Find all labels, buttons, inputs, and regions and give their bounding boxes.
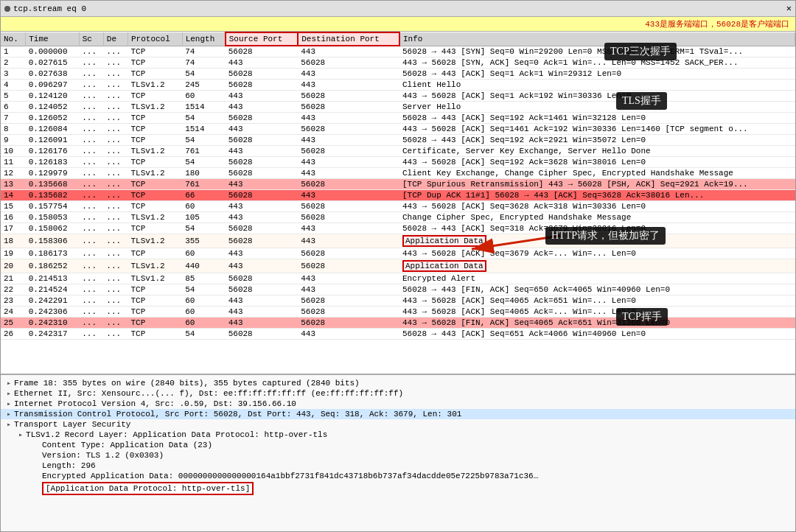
table-cell: ... (103, 248, 128, 259)
title-bar-left: tcp.stream eq 0 (4, 4, 86, 13)
table-cell: ... (79, 223, 103, 234)
table-row[interactable]: 260.242317......TCP545602844356028 → 443… (1, 329, 795, 340)
table-cell: 0.242306 (26, 307, 79, 318)
table-cell: ... (103, 146, 128, 157)
table-row[interactable]: 60.124052......TLSv1.2151444356028Server… (1, 102, 795, 113)
table-cell: TCP (128, 201, 183, 212)
table-cell: 0.158053 (26, 212, 79, 223)
packet-table-container: No. Time Sc De Protocol Length Source Po… (1, 32, 795, 374)
table-cell: 54 (182, 157, 226, 168)
table-cell: ... (79, 329, 103, 340)
col-source-port: Source Port (226, 32, 298, 46)
table-cell: 443 (226, 179, 298, 190)
close-button[interactable]: ✕ (786, 3, 792, 14)
table-cell: 180 (182, 168, 226, 179)
detail-line[interactable]: ▸Transport Layer Security (1, 419, 795, 430)
table-cell: 0.124052 (26, 102, 79, 113)
table-row[interactable]: 80.126084......TCP151444356028443 → 5602… (1, 124, 795, 135)
table-row[interactable]: 50.124120......TCP6044356028443 → 56028 … (1, 91, 795, 102)
detail-line[interactable]: ▸Ethernet II, Src: Xensourc...(... f), D… (1, 388, 795, 399)
info-cell: 56028 → 443 [FIN, ACK] Seq=650 Ack=4065 … (399, 284, 795, 295)
table-cell: 13 (1, 179, 26, 190)
table-row[interactable]: 240.242306......TCP6044356028443 → 56028… (1, 307, 795, 318)
table-cell: 0.242310 (26, 318, 79, 329)
table-row[interactable]: 230.242291......TCP6044356028443 → 56028… (1, 295, 795, 307)
table-row[interactable]: 30.027638......TCP545602844356028 → 443 … (1, 69, 795, 80)
table-cell: 443 (226, 248, 298, 259)
table-cell: 14 (1, 190, 26, 201)
table-row[interactable]: 170.158062......TCP545602844356028 → 443… (1, 223, 795, 234)
info-cell: [TCP Dup ACK 11#1] 56028 → 443 [ACK] Seq… (399, 190, 795, 201)
table-cell: 0.129979 (26, 168, 79, 179)
table-cell: TCP (128, 248, 183, 259)
table-row[interactable]: 70.126052......TCP545602844356028 → 443 … (1, 113, 795, 124)
info-cell: Client Key Exchange, Change Cipher Spec,… (399, 168, 795, 179)
expand-arrow-icon: ▸ (7, 410, 11, 419)
table-cell: 56028 (298, 201, 399, 212)
detail-line[interactable]: ▸TLSv1.2 Record Layer: Application Data … (1, 430, 795, 440)
table-cell: 443 (298, 46, 399, 57)
table-cell: ... (103, 273, 128, 284)
detail-text: Ethernet II, Src: Xensourc...(... f), Ds… (14, 389, 403, 398)
table-row[interactable]: 200.186252......TLSv1.244044356028Applic… (1, 259, 795, 273)
table-cell: 17 (1, 223, 26, 234)
table-cell: 443 (226, 307, 298, 318)
info-cell: 56028 → 443 [ACK] Seq=192 Ack=2921 Win=3… (399, 135, 795, 146)
table-cell: 56028 (226, 135, 298, 146)
table-cell: TLSv1.2 (128, 273, 183, 284)
detail-text: Transport Layer Security (14, 420, 130, 429)
table-cell: ... (103, 259, 128, 273)
table-row[interactable]: 120.129979......TLSv1.218056028443Client… (1, 168, 795, 179)
table-cell: 56028 (298, 57, 399, 69)
table-cell: TCP (128, 307, 183, 318)
table-cell: ... (103, 91, 128, 102)
table-cell: TCP (128, 113, 183, 124)
detail-text: Internet Protocol Version 4, Src: .0.59,… (14, 399, 296, 408)
col-length: Length (182, 32, 226, 46)
table-row[interactable]: 110.126183......TCP5456028443443 → 56028… (1, 157, 795, 168)
title-bar: tcp.stream eq 0 ✕ (1, 1, 795, 17)
table-cell: 355 (182, 234, 226, 248)
table-row[interactable]: 90.126091......TCP545602844356028 → 443 … (1, 135, 795, 146)
table-row[interactable]: 150.157754......TCP6044356028443 → 56028… (1, 201, 795, 212)
detail-line[interactable]: ▸Internet Protocol Version 4, Src: .0.59… (1, 399, 795, 409)
table-cell: 0.135668 (26, 179, 79, 190)
table-row[interactable]: 130.135668......TCP76144356028[TCP Spuri… (1, 179, 795, 190)
table-cell: ... (79, 135, 103, 146)
table-cell: ... (103, 234, 128, 248)
table-row[interactable]: 40.096297......TLSv1.224556028443Client … (1, 80, 795, 91)
table-cell: ... (103, 284, 128, 295)
table-row[interactable]: 210.214513......TLSv1.28556028443Encrypt… (1, 273, 795, 284)
table-cell: ... (79, 234, 103, 248)
table-cell: 0.126176 (26, 146, 79, 157)
table-cell: 56028 (298, 307, 399, 318)
detail-line[interactable]: ▸Transmission Control Protocol, Src Port… (1, 409, 795, 419)
table-cell: ... (103, 223, 128, 234)
table-cell: 4 (1, 80, 26, 91)
table-cell: 54 (182, 284, 226, 295)
table-cell: 1514 (182, 124, 226, 135)
table-row[interactable]: 140.135682......TCP6656028443[TCP Dup AC… (1, 190, 795, 201)
table-cell: 0.242317 (26, 329, 79, 340)
table-row[interactable]: 220.214524......TCP545602844356028 → 443… (1, 284, 795, 295)
table-cell: 0.126052 (26, 113, 79, 124)
table-cell: TLSv1.2 (128, 102, 183, 113)
detail-text: Version: TLS 1.2 (0x0303) (42, 451, 164, 460)
table-row[interactable]: 100.126176......TLSv1.276144356028Certif… (1, 146, 795, 157)
table-row[interactable]: 180.158306......TLSv1.235556028443Applic… (1, 234, 795, 248)
detail-line[interactable]: ▸Frame 18: 355 bytes on wire (2840 bits)… (1, 378, 795, 388)
table-cell: 56028 (226, 157, 298, 168)
info-cell: 56028 → 443 [ACK] Seq=192 Ack=1461 Win=3… (399, 113, 795, 124)
table-cell: 443 (298, 329, 399, 340)
table-row[interactable]: 250.242310......TCP6044356028443 → 56028… (1, 318, 795, 329)
info-cell: 56028 → 443 [ACK] Seq=1 Ack=1 Win=29312 … (399, 69, 795, 80)
detail-line: Version: TLS 1.2 (0x0303) (1, 450, 795, 461)
table-cell: 443 (226, 91, 298, 102)
table-cell: ... (79, 179, 103, 190)
table-cell: 0.126183 (26, 157, 79, 168)
table-row[interactable]: 190.186173......TCP6044356028443 → 56028… (1, 248, 795, 259)
table-cell: TCP (128, 329, 183, 340)
detail-text: Frame 18: 355 bytes on wire (2840 bits),… (14, 379, 360, 388)
table-cell: 0.027615 (26, 57, 79, 69)
table-row[interactable]: 160.158053......TLSv1.210544356028Change… (1, 212, 795, 223)
